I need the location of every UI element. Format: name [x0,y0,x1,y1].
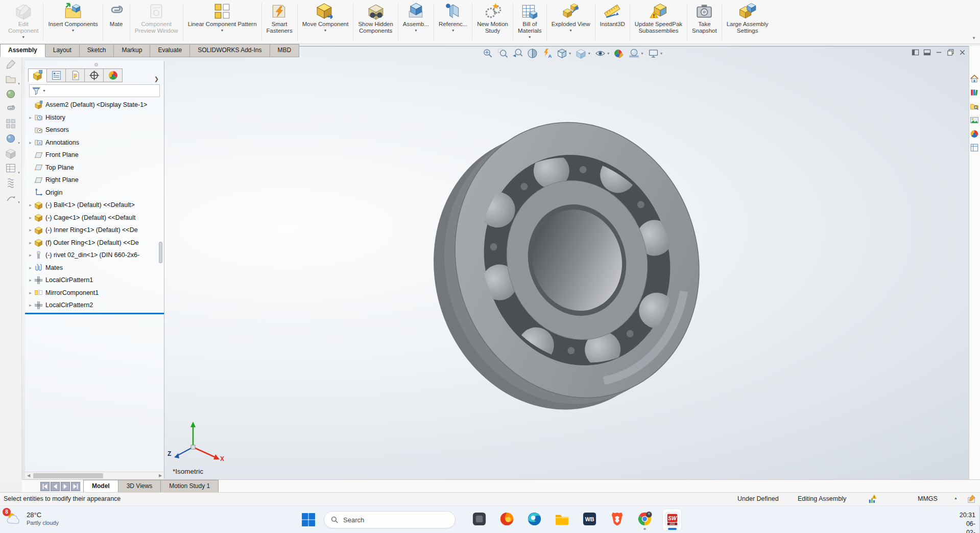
tree-item[interactable]: Assem2 (Default) <Display State-1> [25,99,164,111]
expand-arrow-icon[interactable]: ▸ [27,227,34,233]
brave-taskbar-icon[interactable] [607,508,627,531]
tree-item[interactable]: Top Plane [25,161,164,174]
edge-taskbar-icon[interactable] [524,508,544,531]
dynamic-annotation-views-button[interactable]: A [540,48,555,59]
tab-evaluate[interactable]: Evaluate [150,44,190,57]
scroll-right-arrow-icon[interactable]: ▶ [157,473,164,478]
ball-bearing-3d-model[interactable] [429,107,725,420]
view-orientation-button[interactable]: ▼ [555,48,573,59]
dropdown-caret-icon[interactable]: ▼ [660,52,663,55]
dropdown-caret-icon[interactable]: ▼ [71,29,75,32]
rebuild-status-icon[interactable] [868,494,878,504]
zoom-to-area-button[interactable] [495,48,510,59]
ribbon-take-snapshot[interactable]: TakeSnapshot [688,0,721,43]
feature-tree-filter[interactable]: ▼ [29,84,160,97]
tree-item[interactable]: Front Plane [25,149,164,161]
panel-tab-configurationmanager[interactable] [66,68,85,82]
tree-item[interactable]: ▸MirrorComponent1 [25,287,164,299]
pane-tile-button[interactable] [923,49,931,56]
panel-splitter-grip[interactable] [159,242,162,263]
nav-rewind-button[interactable] [40,482,50,491]
ribbon-overflow-caret-icon[interactable]: ▼ [972,36,976,40]
scrollbar-thumb[interactable] [33,473,103,478]
panel-expand-arrow-icon[interactable]: ❯ [154,76,159,82]
dropdown-caret-icon[interactable]: ▼ [17,82,20,85]
left-tool-3-button[interactable] [0,88,21,100]
view-palette-tab[interactable] [970,115,980,126]
expand-arrow-icon[interactable]: ▸ [27,303,34,308]
expand-arrow-icon[interactable]: ▸ [27,215,34,220]
graphics-viewport[interactable]: A▼▼▼▼▼ [22,46,969,479]
expand-arrow-icon[interactable]: ▸ [27,265,34,270]
expand-arrow-icon[interactable]: ▸ [27,277,34,283]
display-style-button[interactable]: ▼ [573,48,592,59]
ribbon-instant3d[interactable]: Instant3D [596,0,629,43]
dropdown-caret-icon[interactable]: ▼ [569,29,572,32]
ribbon-new-motion-study[interactable]: New MotionStudy [473,0,512,43]
tab-markup[interactable]: Markup [114,44,150,57]
scrollbar-track[interactable] [32,472,157,479]
bottom-tab-motion-study-1[interactable]: Motion Study 1 [161,480,219,492]
panel-tab-propertymanager[interactable] [47,68,66,82]
chrome-taskbar-icon[interactable] [635,508,654,531]
expand-arrow-icon[interactable]: ▸ [27,115,34,120]
dropdown-caret-icon[interactable]: ▼ [21,35,25,39]
tree-item[interactable]: ▸(-) Cage<1> (Default) <<Default [25,212,164,224]
close-button[interactable] [959,49,966,56]
search-input[interactable]: Search [324,511,456,528]
ribbon-component-preview-window[interactable]: ComponentPreview Window [131,0,182,43]
expand-arrow-icon[interactable]: ▸ [27,252,34,258]
edit-appearance-button[interactable] [612,48,627,59]
ribbon-linear-component-pattern[interactable]: Linear Component Pattern▼ [184,0,261,43]
left-tool-4-button[interactable] [0,103,21,114]
weather-widget[interactable]: 8 28°C Partly cloudy [5,510,59,527]
left-tool-2-button[interactable]: ▼ [0,74,21,85]
left-tool-5-button[interactable] [0,118,21,129]
panel-tab-displaymanager[interactable] [104,68,123,82]
status-edit-icon[interactable] [967,494,977,504]
nav-next-button[interactable] [61,482,70,491]
dropdown-caret-icon[interactable]: ▼ [587,52,590,55]
bottom-tab-3d-views[interactable]: 3D Views [118,480,161,492]
tree-item[interactable]: ▸(-) Ball<1> (Default) <<Default> [25,199,164,212]
dropdown-caret-icon[interactable]: ▼ [568,52,571,55]
tree-item[interactable]: ▸(f) Outer Ring<1> (Default) <<De [25,237,164,249]
file-explorer-taskbar-icon[interactable] [552,508,571,531]
ribbon-update-speedpak-subassemblies[interactable]: Update SpeedPakSubassemblies [631,0,686,43]
dark-square-app-taskbar-icon[interactable] [469,508,489,531]
unit-system-value[interactable]: MMGS [918,495,938,502]
tree-item[interactable]: ▸LocalCirPattern2 [25,299,164,312]
zoom-to-fit-button[interactable] [481,48,495,59]
minimize-button[interactable] [935,49,943,56]
firefox-taskbar-icon[interactable] [497,508,516,531]
ribbon-mate[interactable]: Mate [104,0,129,43]
left-tool-7-button[interactable] [0,148,21,159]
start-button[interactable] [300,512,317,528]
ribbon-edit-component[interactable]: EditComponent▼ [4,0,42,43]
design-library-tab[interactable] [970,88,980,98]
wb-app-taskbar-icon[interactable]: WB [580,508,599,531]
tree-item[interactable]: ▸AAnnotations [25,136,164,149]
tree-item[interactable]: Sensors [25,124,164,136]
left-tool-1-button[interactable] [0,59,21,70]
left-tool-10-button[interactable]: ▼ [0,192,21,203]
hide-show-items-button[interactable]: ▼ [593,48,612,59]
dropdown-caret-icon[interactable]: ▼ [17,171,20,174]
ribbon-move-component[interactable]: Move Component▼ [298,0,353,43]
dropdown-caret-icon[interactable]: ▼ [607,52,610,55]
dropdown-caret-icon[interactable]: ▼ [324,29,327,32]
left-tool-6-button[interactable]: ▼ [0,133,21,144]
panel-horizontal-scrollbar[interactable]: ◀ ▶ [25,472,164,479]
panel-tab-dimxpertmanager[interactable] [85,68,104,82]
ribbon-large-assembly-settings[interactable]: Large AssemblySettings [723,0,773,43]
tree-item[interactable]: ▸LocalCirPattern1 [25,274,164,287]
scroll-left-arrow-icon[interactable]: ◀ [25,473,32,478]
expand-arrow-icon[interactable]: ▸ [27,290,34,295]
ribbon-reference-geometry[interactable]: Referenc...▼ [435,0,471,43]
dropdown-caret-icon[interactable]: ▼ [451,29,455,32]
tree-item[interactable]: ▸(-) rivet 02_din<1> (DIN 660-2x6- [25,249,164,262]
tree-item[interactable]: ▸History [25,111,164,124]
nav-fast-forward-button[interactable] [71,482,80,491]
expand-arrow-icon[interactable]: ▸ [27,240,34,245]
dropdown-caret-icon[interactable]: ▼ [17,201,20,204]
